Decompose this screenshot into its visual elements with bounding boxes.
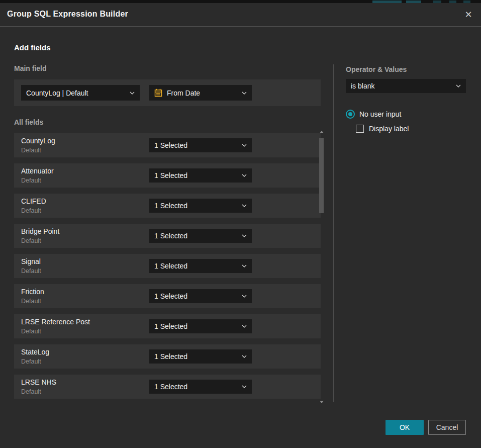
field-row: CountyLog Default 1 Selected <box>14 133 321 157</box>
column-divider <box>333 64 334 402</box>
all-fields-list: CountyLog Default 1 Selected Attenuator … <box>14 133 321 399</box>
group-sql-expression-builder-dialog: Group SQL Expression Builder ✕ Add field… <box>0 3 481 448</box>
field-sublabel: Default <box>21 147 41 154</box>
chevron-down-icon <box>242 234 247 237</box>
field-row: Signal Default 1 Selected <box>14 254 321 278</box>
field-sublabel: Default <box>21 328 41 335</box>
chevron-down-icon <box>242 92 247 95</box>
field-row: Attenuator Default 1 Selected <box>14 163 321 188</box>
field-name: StateLog <box>21 348 49 356</box>
chevron-down-icon <box>242 385 247 388</box>
field-name: LRSE Reference Post <box>21 318 90 326</box>
list-scrollbar[interactable] <box>319 129 325 405</box>
selection-value: 1 Selected <box>154 171 239 180</box>
field-selection-dropdown[interactable]: 1 Selected <box>149 259 252 273</box>
field-dropdown-value: From Date <box>167 89 239 97</box>
field-selection-dropdown[interactable]: 1 Selected <box>149 380 252 394</box>
dialog-titlebar: Group SQL Expression Builder ✕ <box>0 3 481 27</box>
display-label-text: Display label <box>369 125 409 133</box>
field-sublabel: Default <box>21 358 41 365</box>
field-row: LRSE NHS Default 1 Selected <box>14 375 321 399</box>
field-name: LRSE NHS <box>21 378 56 386</box>
selection-value: 1 Selected <box>154 352 239 361</box>
scrollbar-up-icon[interactable] <box>320 131 324 133</box>
calendar-icon <box>154 88 162 97</box>
selection-value: 1 Selected <box>154 262 239 270</box>
field-row: StateLog Default 1 Selected <box>14 344 321 369</box>
radio-selected-icon <box>346 110 355 119</box>
field-selection-dropdown[interactable]: 1 Selected <box>149 168 252 183</box>
field-selection-dropdown[interactable]: 1 Selected <box>149 289 252 303</box>
chevron-down-icon <box>242 325 247 328</box>
all-fields-label: All fields <box>14 118 43 126</box>
close-icon[interactable]: ✕ <box>463 9 474 20</box>
chevron-down-icon <box>242 295 247 298</box>
cancel-button[interactable]: Cancel <box>428 420 466 435</box>
main-field-label: Main field <box>14 64 47 72</box>
checkbox-unchecked-icon <box>356 125 364 133</box>
chevron-down-icon <box>242 204 247 207</box>
chevron-down-icon <box>456 84 461 87</box>
main-field-layer-dropdown[interactable]: CountyLog | Default <box>21 85 140 101</box>
list-viewport-clip <box>0 399 342 448</box>
field-sublabel: Default <box>21 388 41 395</box>
field-name: Signal <box>21 257 41 265</box>
field-selection-dropdown[interactable]: 1 Selected <box>149 229 252 243</box>
field-row: Friction Default 1 Selected <box>14 284 321 308</box>
screen: Group SQL Expression Builder ✕ Add field… <box>0 0 481 448</box>
field-sublabel: Default <box>21 298 41 305</box>
main-field-field-dropdown[interactable]: From Date <box>149 85 252 101</box>
chevron-down-icon <box>242 355 247 358</box>
field-name: CountyLog <box>21 137 55 145</box>
chevron-down-icon <box>242 174 247 177</box>
add-fields-heading: Add fields <box>14 43 51 52</box>
field-row: Bridge Point Default 1 Selected <box>14 224 321 248</box>
main-field-panel: CountyLog | Default From Date <box>14 79 321 106</box>
scrollbar-thumb[interactable] <box>319 138 324 213</box>
dialog-title: Group SQL Expression Builder <box>7 10 128 19</box>
field-row: CLIFED Default 1 Selected <box>14 194 321 218</box>
field-sublabel: Default <box>21 177 41 184</box>
operator-dropdown-value: is blank <box>351 82 453 90</box>
no-user-input-radio[interactable]: No user input <box>346 110 401 119</box>
display-label-checkbox[interactable]: Display label <box>356 125 409 133</box>
field-row: LRSE Reference Post Default 1 Selected <box>14 314 321 338</box>
layer-dropdown-value: CountyLog | Default <box>26 89 127 97</box>
field-selection-dropdown[interactable]: 1 Selected <box>149 319 252 333</box>
field-selection-dropdown[interactable]: 1 Selected <box>149 138 252 152</box>
field-selection-dropdown[interactable]: 1 Selected <box>149 349 252 364</box>
no-user-input-label: No user input <box>359 110 401 118</box>
field-name: CLIFED <box>21 197 46 205</box>
field-name: Bridge Point <box>21 227 59 235</box>
selection-value: 1 Selected <box>154 202 239 210</box>
operator-values-label: Operator & Values <box>346 65 407 73</box>
field-sublabel: Default <box>21 207 41 214</box>
field-name: Friction <box>21 288 44 296</box>
operator-dropdown[interactable]: is blank <box>346 79 466 93</box>
field-sublabel: Default <box>21 237 41 244</box>
selection-value: 1 Selected <box>154 232 239 240</box>
selection-value: 1 Selected <box>154 141 239 149</box>
selection-value: 1 Selected <box>154 383 239 391</box>
chevron-down-icon <box>130 92 135 95</box>
chevron-down-icon <box>242 264 247 267</box>
field-sublabel: Default <box>21 267 41 275</box>
ok-button[interactable]: OK <box>386 420 424 435</box>
field-name: Attenuator <box>21 167 54 175</box>
selection-value: 1 Selected <box>154 292 239 300</box>
selection-value: 1 Selected <box>154 322 239 330</box>
chevron-down-icon <box>242 144 247 147</box>
field-selection-dropdown[interactable]: 1 Selected <box>149 199 252 213</box>
scrollbar-down-icon[interactable] <box>320 401 324 403</box>
